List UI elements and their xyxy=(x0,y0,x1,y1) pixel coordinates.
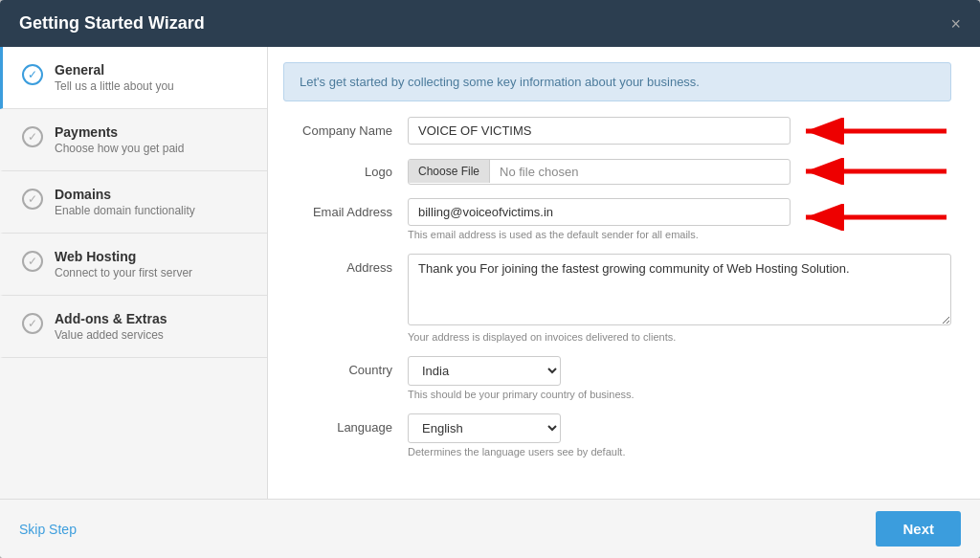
sidebar-item-addons[interactable]: ✓ Add-ons & Extras Value added services xyxy=(0,296,267,358)
company-name-arrow xyxy=(798,118,951,145)
address-row: Address Your address is displayed on inv… xyxy=(283,254,951,343)
address-hint: Your address is displayed on invoices de… xyxy=(408,331,951,343)
sidebar-check-domains: ✓ xyxy=(22,189,43,210)
email-label: Email Address xyxy=(283,198,408,219)
sidebar-check-addons: ✓ xyxy=(22,313,43,334)
modal-title: Getting Started Wizard xyxy=(19,13,205,33)
language-row: Language English French German Spanish P… xyxy=(283,413,951,458)
info-banner: Let's get started by collecting some key… xyxy=(283,62,951,101)
next-button[interactable]: Next xyxy=(876,511,961,547)
company-name-input[interactable] xyxy=(408,117,791,145)
modal-body: ✓ General Tell us a little about you ✓ P… xyxy=(0,47,980,499)
country-label: Country xyxy=(283,356,408,377)
sidebar-item-general-title: General xyxy=(55,62,174,78)
email-arrow xyxy=(798,204,951,231)
sidebar-item-addons-subtitle: Value added services xyxy=(55,328,167,342)
address-wrap: Your address is displayed on invoices de… xyxy=(408,254,951,343)
address-label: Address xyxy=(283,254,408,275)
address-input[interactable] xyxy=(408,254,951,325)
sidebar-text-addons: Add-ons & Extras Value added services xyxy=(55,311,167,342)
sidebar: ✓ General Tell us a little about you ✓ P… xyxy=(0,47,268,499)
sidebar-item-addons-title: Add-ons & Extras xyxy=(55,311,167,326)
sidebar-item-domains-subtitle: Enable domain functionality xyxy=(55,204,195,217)
modal-footer: Skip Step Next xyxy=(0,499,980,558)
company-name-row: Company Name xyxy=(283,117,951,145)
sidebar-text-domains: Domains Enable domain functionality xyxy=(55,187,195,217)
modal-header: Getting Started Wizard × xyxy=(0,0,980,47)
email-wrap: This email address is used as the defaul… xyxy=(408,198,951,240)
country-row: Country India United States United Kingd… xyxy=(283,356,951,400)
logo-arrow xyxy=(798,158,951,185)
sidebar-item-payments-title: Payments xyxy=(55,124,184,140)
country-select[interactable]: India United States United Kingdom Austr… xyxy=(408,356,561,386)
close-button[interactable]: × xyxy=(950,15,961,33)
sidebar-item-general-subtitle: Tell us a little about you xyxy=(55,79,174,93)
choose-file-button[interactable]: Choose File xyxy=(409,160,490,183)
sidebar-item-payments[interactable]: ✓ Payments Choose how you get paid xyxy=(0,109,267,171)
sidebar-item-general[interactable]: ✓ General Tell us a little about you xyxy=(0,47,267,109)
sidebar-text-payments: Payments Choose how you get paid xyxy=(55,124,184,155)
getting-started-wizard: Getting Started Wizard × ✓ General Tell … xyxy=(0,0,980,558)
sidebar-item-domains[interactable]: ✓ Domains Enable domain functionality xyxy=(0,171,267,234)
language-label: Language xyxy=(283,413,408,435)
file-input-row: Choose File No file chosen xyxy=(408,159,791,185)
main-content: Let's get started by collecting some key… xyxy=(268,47,980,499)
email-row: Email Address This email address is used… xyxy=(283,198,951,240)
language-wrap: English French German Spanish Portuguese… xyxy=(408,413,951,458)
sidebar-item-web-hosting[interactable]: ✓ Web Hosting Connect to your first serv… xyxy=(0,234,267,296)
sidebar-item-web-hosting-subtitle: Connect to your first server xyxy=(55,266,192,279)
file-name-display: No file chosen xyxy=(490,160,588,184)
logo-label: Logo xyxy=(283,158,408,179)
sidebar-item-domains-title: Domains xyxy=(55,187,195,202)
form-area: Company Name xyxy=(268,117,980,458)
sidebar-item-web-hosting-title: Web Hosting xyxy=(55,249,192,264)
country-wrap: India United States United Kingdom Austr… xyxy=(408,356,951,400)
company-name-label: Company Name xyxy=(283,117,408,138)
company-name-wrap xyxy=(408,117,951,145)
logo-wrap: Choose File No file chosen xyxy=(408,158,951,185)
sidebar-check-payments: ✓ xyxy=(22,126,43,147)
country-hint: This should be your primary country of b… xyxy=(408,389,951,400)
email-input[interactable] xyxy=(408,198,791,226)
sidebar-text-general: General Tell us a little about you xyxy=(55,62,174,93)
email-hint: This email address is used as the defaul… xyxy=(408,229,791,240)
sidebar-check-general: ✓ xyxy=(22,64,43,85)
logo-row: Logo Choose File No file chosen xyxy=(283,158,951,185)
language-hint: Determines the language users see by def… xyxy=(408,446,951,458)
sidebar-text-web-hosting: Web Hosting Connect to your first server xyxy=(55,249,192,279)
language-select[interactable]: English French German Spanish Portuguese xyxy=(408,413,561,443)
sidebar-check-web-hosting: ✓ xyxy=(22,251,43,272)
skip-step-button[interactable]: Skip Step xyxy=(19,522,77,537)
sidebar-item-payments-subtitle: Choose how you get paid xyxy=(55,142,184,155)
